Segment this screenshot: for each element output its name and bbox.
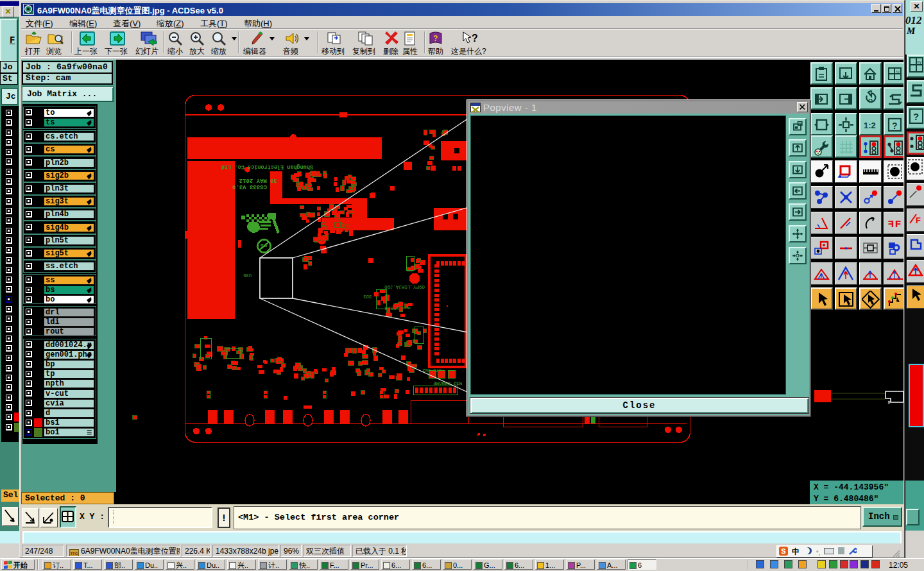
svg-text:F: F bbox=[895, 218, 901, 229]
svg-text:Pb: Pb bbox=[261, 243, 267, 248]
svg-text:1:2: 1:2 bbox=[864, 121, 876, 130]
svg-text:?: ? bbox=[913, 111, 919, 122]
svg-text:?: ? bbox=[892, 121, 898, 131]
svg-text:CS333 V3.0: CS333 V3.0 bbox=[232, 183, 267, 190]
svg-text:DD3: DD3 bbox=[363, 294, 372, 299]
svg-text:O: O bbox=[868, 98, 873, 104]
svg-text:F: F bbox=[916, 216, 921, 225]
svg-text:?: ? bbox=[472, 33, 478, 44]
svg-text:Shunghan Electronics Co. Ltd: Shunghan Electronics Co. Ltd bbox=[221, 164, 313, 170]
svg-text:30 MAY 2012: 30 MAY 2012 bbox=[239, 177, 277, 183]
svg-text:U39: U39 bbox=[243, 273, 252, 278]
svg-text:xy: xy bbox=[917, 60, 922, 65]
svg-text:F: F bbox=[887, 218, 893, 229]
svg-text:?: ? bbox=[433, 34, 438, 43]
svg-text:xy: xy bbox=[896, 69, 900, 73]
svg-text:O9PY.LSMJA.J90: O9PY.LSMJA.J90 bbox=[384, 284, 425, 289]
